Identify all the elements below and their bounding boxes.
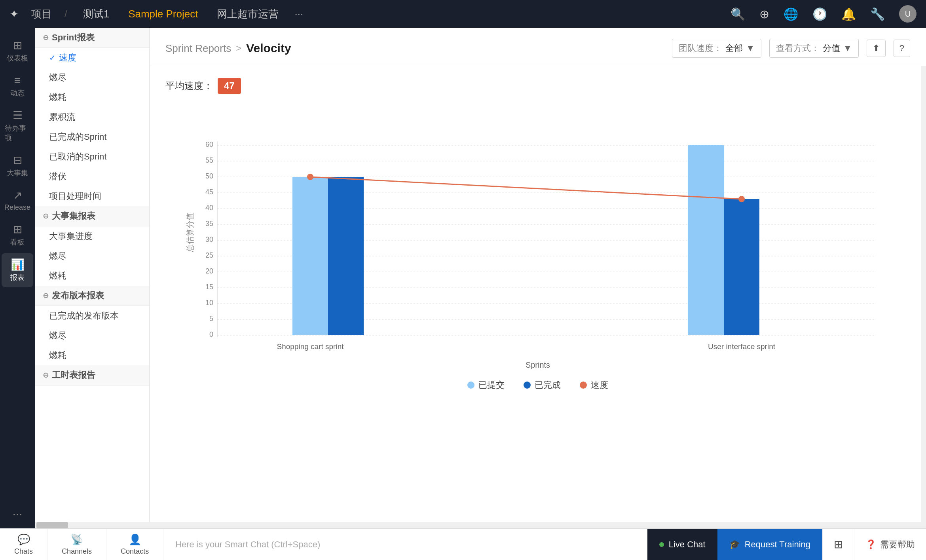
chats-tab[interactable]: 💬 Chats xyxy=(0,529,47,560)
bar-sprint1-completed xyxy=(328,177,364,335)
sidebar-item-project-time[interactable]: 项目处理时间 xyxy=(35,186,149,206)
sidebar-item-velocity[interactable]: ✓ 速度 xyxy=(35,48,149,68)
training-icon: 🎓 xyxy=(729,539,740,550)
live-chat-button[interactable]: Live Chat xyxy=(647,529,717,560)
sprint-reports-section-header[interactable]: ⊖ Sprint报表 xyxy=(35,28,149,48)
reports-icon: 📊 xyxy=(11,258,25,271)
channels-icon: 📡 xyxy=(70,533,83,546)
svg-text:20: 20 xyxy=(205,267,213,275)
svg-text:10: 10 xyxy=(205,299,213,307)
dormant-label: 潜伏 xyxy=(49,171,66,182)
contacts-tab[interactable]: 👤 Contacts xyxy=(106,529,163,560)
export-button[interactable]: ⬆ xyxy=(867,40,886,57)
bottom-chat-tabs: 💬 Chats 📡 Channels 👤 Contacts xyxy=(0,529,163,560)
sidebar-item-release-burndown[interactable]: 燃尽 xyxy=(35,326,149,345)
sidebar-item-cumflow[interactable]: 累积流 xyxy=(35,107,149,127)
legend-label-submitted: 已提交 xyxy=(478,379,505,391)
cancelled-sprint-label: 已取消的Sprint xyxy=(49,151,106,163)
smart-chat-placeholder: Here is your Smart Chat (Ctrl+Space) xyxy=(175,539,320,549)
content-scrollbar[interactable] xyxy=(921,28,926,528)
sidebar-item-burndown[interactable]: 燃尽 xyxy=(35,68,149,87)
sidebar-item-dormant[interactable]: 潜伏 xyxy=(35,167,149,186)
request-training-button[interactable]: 🎓 Request Training xyxy=(717,529,822,560)
avg-speed-row: 平均速度： 47 xyxy=(165,78,910,94)
x-axis-label: Sprints xyxy=(165,361,910,370)
reports-label: 报表 xyxy=(10,273,25,282)
bell-icon[interactable]: 🔔 xyxy=(841,7,856,21)
activity-label: 动态 xyxy=(10,88,25,98)
svg-text:30: 30 xyxy=(205,235,213,243)
main-area: ⊖ Sprint报表 ✓ 速度 燃尽 燃耗 累积流 已完成的Sprint 已取消… xyxy=(35,28,926,528)
legend-dot-completed xyxy=(524,382,531,389)
sidebar-item-burnup[interactable]: 燃耗 xyxy=(35,87,149,107)
todo-icon: ☰ xyxy=(13,109,23,122)
board-icon: ⊞ xyxy=(13,223,22,236)
sidebar-item-board[interactable]: ⊞ 看板 xyxy=(2,218,33,252)
svg-text:25: 25 xyxy=(205,251,213,259)
clock-icon[interactable]: 🕐 xyxy=(812,7,827,21)
activity-icon: ≡ xyxy=(14,74,21,87)
svg-text:40: 40 xyxy=(205,204,213,212)
sidebar-item-dashboard[interactable]: ⊞ 仪表板 xyxy=(2,34,33,68)
svg-text:0: 0 xyxy=(209,330,213,338)
globe-icon[interactable]: 🌐 xyxy=(784,7,798,21)
velocity-line xyxy=(310,177,742,199)
timesheet-reports-section-header[interactable]: ⊖ 工时表报告 xyxy=(35,365,149,385)
x-label-sprint1: Shopping cart sprint xyxy=(277,342,344,351)
nav-tab-sample[interactable]: Sample Project xyxy=(125,6,201,23)
view-mode-chevron-icon: ▼ xyxy=(843,43,852,53)
svg-text:60: 60 xyxy=(205,140,213,148)
sidebar-item-cancelled-sprint[interactable]: 已取消的Sprint xyxy=(35,147,149,167)
view-mode-value: 分值 xyxy=(823,42,840,54)
burnup-label: 燃耗 xyxy=(49,91,66,103)
view-mode-dropdown[interactable]: 查看方式： 分值 ▼ xyxy=(769,39,859,58)
live-chat-label: Live Chat xyxy=(669,539,706,550)
sidebar-item-epic-progress[interactable]: 大事集进度 xyxy=(35,226,149,246)
user-avatar[interactable]: U xyxy=(899,5,917,23)
sidebar-more[interactable]: ··· xyxy=(12,507,22,528)
smart-chat-bar[interactable]: Here is your Smart Chat (Ctrl+Space) xyxy=(163,539,647,550)
epic-reports-section-header[interactable]: ⊖ 大事集报表 xyxy=(35,206,149,226)
breadcrumb-parent[interactable]: Sprint Reports xyxy=(165,42,231,55)
team-speed-dropdown[interactable]: 团队速度： 全部 ▼ xyxy=(672,39,761,58)
velocity-dot-sprint1 xyxy=(307,174,313,180)
sidebar-item-completed-sprint[interactable]: 已完成的Sprint xyxy=(35,127,149,147)
grid-view-button[interactable]: ⊞ xyxy=(822,529,854,560)
sidebar-item-activity[interactable]: ≡ 动态 xyxy=(2,69,33,103)
horizontal-scrollbar[interactable] xyxy=(35,522,926,528)
search-icon[interactable]: 🔍 xyxy=(731,7,745,21)
live-chat-dot xyxy=(659,542,664,547)
svg-text:55: 55 xyxy=(205,156,213,164)
horizontal-scroll-thumb[interactable] xyxy=(36,522,68,528)
nav-tab-ceshi[interactable]: 测试1 xyxy=(80,5,112,23)
chart-legend: 已提交 已完成 速度 xyxy=(165,379,910,391)
sidebar-item-epic-burnup[interactable]: 燃耗 xyxy=(35,266,149,286)
sidebar-item-todo[interactable]: ☰ 待办事项 xyxy=(2,104,33,147)
sidebar-item-release[interactable]: ↗ Release xyxy=(2,184,33,216)
help-label: 需要帮助 xyxy=(880,539,915,551)
request-training-label: Request Training xyxy=(745,539,810,550)
nav-tab-wangshang[interactable]: 网上超市运营 xyxy=(214,5,282,23)
sidebar-item-epic[interactable]: ⊟ 大事集 xyxy=(2,149,33,182)
sidebar-item-completed-release[interactable]: 已完成的发布版本 xyxy=(35,306,149,326)
channels-tab[interactable]: 📡 Channels xyxy=(47,529,106,560)
completed-release-label: 已完成的发布版本 xyxy=(49,310,119,322)
help-bottom-button[interactable]: ❓ 需要帮助 xyxy=(854,529,926,560)
release-reports-section-header[interactable]: ⊖ 发布版本报表 xyxy=(35,286,149,306)
project-label: 项目 xyxy=(31,7,52,21)
secondary-sidebar: ⊖ Sprint报表 ✓ 速度 燃尽 燃耗 累积流 已完成的Sprint 已取消… xyxy=(35,28,150,528)
add-icon[interactable]: ⊕ xyxy=(759,7,769,21)
svg-text:45: 45 xyxy=(205,188,213,196)
contacts-icon: 👤 xyxy=(129,533,141,546)
sidebar-item-release-burnup[interactable]: 燃耗 xyxy=(35,345,149,365)
sidebar-item-epic-burndown[interactable]: 燃尽 xyxy=(35,246,149,266)
header-controls: 团队速度： 全部 ▼ 查看方式： 分值 ▼ ⬆ ? xyxy=(672,39,910,58)
help-button[interactable]: ? xyxy=(894,40,910,57)
nav-more[interactable]: ··· xyxy=(294,8,303,20)
breadcrumb-separator: > xyxy=(236,43,241,54)
legend-completed: 已完成 xyxy=(524,379,561,391)
content-area: Sprint Reports > Velocity 团队速度： 全部 ▼ 查看方… xyxy=(150,28,926,528)
sidebar-item-reports[interactable]: 📊 报表 xyxy=(2,253,33,287)
tools-icon[interactable]: 🔧 xyxy=(870,7,885,21)
view-mode-prefix: 查看方式： xyxy=(776,42,820,54)
